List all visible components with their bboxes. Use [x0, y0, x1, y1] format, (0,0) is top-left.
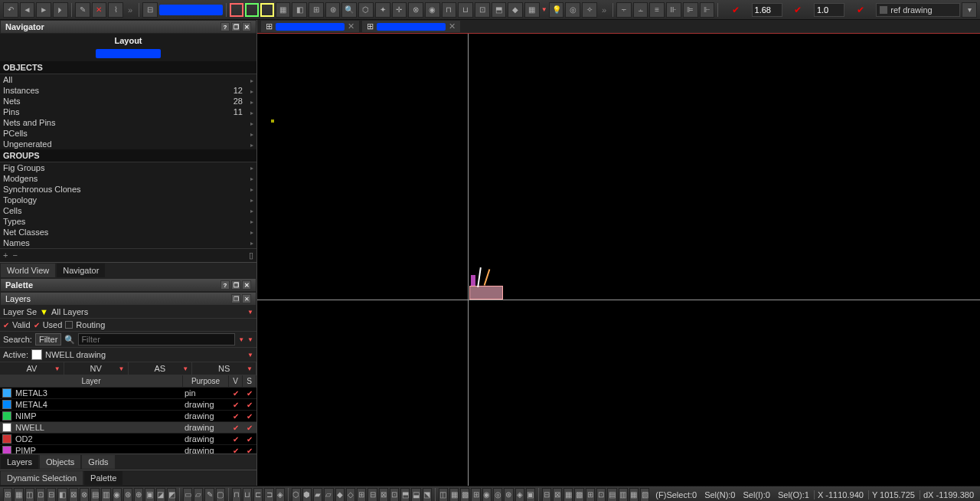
- bt1-55-icon[interactable]: ▥: [619, 488, 628, 502]
- bt1-22-icon[interactable]: ⊔: [243, 488, 252, 502]
- palette-close-icon[interactable]: ✕: [242, 280, 251, 290]
- check2-icon[interactable]: ✔: [784, 5, 812, 15]
- col-s[interactable]: S: [243, 375, 256, 387]
- tool-2-icon[interactable]: ◧: [292, 2, 307, 18]
- bt1-2-icon[interactable]: ▦: [14, 488, 23, 502]
- layer-row[interactable]: PIMP drawing ✔ ✔: [0, 445, 256, 454]
- delete-icon[interactable]: ✕: [92, 2, 107, 18]
- bt1-40-icon[interactable]: ▦: [449, 488, 459, 502]
- layout-cell-name[interactable]: [96, 49, 161, 58]
- bt1-47-icon[interactable]: ▣: [526, 488, 535, 502]
- filter-dd-icon[interactable]: ▼: [238, 336, 244, 343]
- bt1-42-icon[interactable]: ⊞: [471, 488, 480, 502]
- tool-zoom-icon[interactable]: 🔍: [341, 2, 357, 18]
- bt1-41-icon[interactable]: ▩: [460, 488, 469, 502]
- palette-undock-icon[interactable]: ❐: [231, 280, 240, 290]
- col-v[interactable]: V: [229, 375, 243, 387]
- layer-visible-check[interactable]: ✔: [229, 446, 243, 454]
- layer-row[interactable]: NIMP drawing ✔ ✔: [0, 411, 256, 422]
- layer-select-check[interactable]: ✔: [243, 446, 256, 454]
- bt1-35-icon[interactable]: ⊡: [390, 488, 399, 502]
- canvas-tab-1[interactable]: ⊞ ✕: [260, 20, 360, 33]
- zoom-y-input[interactable]: [814, 3, 844, 17]
- layer-row[interactable]: METAL3 pin ✔ ✔: [0, 388, 256, 399]
- bt1-7-icon[interactable]: ⊠: [69, 488, 78, 502]
- layer-visible-check[interactable]: ✔: [229, 400, 243, 409]
- layer-select-check[interactable]: ✔: [243, 423, 256, 432]
- bt1-21-icon[interactable]: ⊓: [232, 488, 241, 502]
- bt1-34-icon[interactable]: ⊠: [379, 488, 388, 502]
- bt1-20-icon[interactable]: ▢: [216, 488, 225, 502]
- bt1-43-icon[interactable]: ◉: [482, 488, 492, 502]
- tool-14-icon[interactable]: ▦: [524, 2, 540, 18]
- brush-icon[interactable]: ⌇: [108, 2, 123, 18]
- bt1-16-icon[interactable]: ◩: [167, 488, 176, 502]
- bt1-17-icon[interactable]: ▭: [183, 488, 192, 502]
- bt1-4-icon[interactable]: ⊡: [36, 488, 45, 502]
- bt1-28-icon[interactable]: ▰: [313, 488, 322, 502]
- add-icon[interactable]: +: [3, 250, 8, 260]
- layer-visible-check[interactable]: ✔: [229, 388, 243, 398]
- tab-dynamic-selection[interactable]: Dynamic Selection: [0, 470, 83, 486]
- bt1-25-icon[interactable]: ◈: [276, 488, 285, 502]
- col-purpose[interactable]: Purpose: [183, 375, 229, 387]
- layout-instance[interactable]: [468, 267, 506, 298]
- layers-undock-icon[interactable]: ❐: [231, 294, 240, 303]
- tab-objects[interactable]: Objects: [39, 454, 81, 470]
- close-icon[interactable]: ✕: [242, 22, 251, 31]
- bt1-26-icon[interactable]: ⬡: [292, 488, 301, 502]
- bt1-45-icon[interactable]: ⊛: [504, 488, 513, 502]
- nav-group-row[interactable]: Modgens▸: [0, 173, 256, 184]
- tab-palette[interactable]: Palette: [83, 470, 123, 486]
- tool-5-icon[interactable]: ⬡: [358, 2, 374, 18]
- undo-icon[interactable]: ↶: [3, 2, 18, 18]
- nav-object-row[interactable]: All▸: [0, 74, 256, 85]
- tool-12-icon[interactable]: ⬒: [492, 2, 507, 18]
- align-5-icon[interactable]: ⊫: [683, 2, 698, 18]
- tool-globe-icon[interactable]: ⊛: [325, 2, 341, 18]
- active-dd-icon[interactable]: ▼: [247, 352, 253, 359]
- bt1-12-icon[interactable]: ⊛: [123, 488, 132, 502]
- canvas-viewport[interactable]: [257, 34, 980, 486]
- nav-object-row[interactable]: Nets28▸: [0, 96, 256, 106]
- filter-dd2-icon[interactable]: ▼: [247, 336, 253, 343]
- bt1-57-icon[interactable]: ▧: [640, 488, 649, 502]
- tab-grids[interactable]: Grids: [81, 454, 115, 470]
- bt1-39-icon[interactable]: ◫: [439, 488, 448, 502]
- nav-group-row[interactable]: Names▸: [0, 237, 256, 248]
- valid-check[interactable]: ✔: [3, 321, 9, 329]
- layer-select-check[interactable]: ✔: [243, 434, 256, 444]
- vis-as[interactable]: AS▼: [129, 362, 193, 375]
- bt1-49-icon[interactable]: ⊠: [553, 488, 562, 502]
- zoom-x-input[interactable]: [752, 3, 782, 17]
- nav-group-row[interactable]: Types▸: [0, 216, 256, 227]
- expand-icon[interactable]: ▯: [249, 250, 253, 260]
- nav-end-icon[interactable]: ⏵: [53, 2, 68, 18]
- dropdown-arrow-icon[interactable]: ▼: [541, 6, 547, 13]
- nav-object-row[interactable]: Pins11▸: [0, 106, 256, 117]
- tab-navigator[interactable]: Navigator: [56, 263, 106, 278]
- bt1-50-icon[interactable]: ▦: [564, 488, 573, 502]
- layer-select-check[interactable]: ✔: [243, 400, 256, 409]
- bt1-44-icon[interactable]: ◎: [493, 488, 502, 502]
- layer-select-check[interactable]: ✔: [243, 388, 256, 398]
- palette-help-icon[interactable]: ?: [220, 280, 230, 290]
- bt1-18-icon[interactable]: ▱: [194, 488, 203, 502]
- bt1-8-icon[interactable]: ⊗: [80, 488, 89, 502]
- bt1-52-icon[interactable]: ⊞: [586, 488, 595, 502]
- tab2-close-icon[interactable]: ✕: [449, 21, 456, 31]
- context-dropdown[interactable]: [159, 5, 224, 15]
- layer-visible-check[interactable]: ✔: [229, 434, 243, 444]
- bt1-51-icon[interactable]: ▩: [574, 488, 583, 502]
- tool-8-icon[interactable]: ◉: [425, 2, 440, 18]
- nav-next-icon[interactable]: ►: [36, 2, 51, 18]
- bt1-29-icon[interactable]: ▱: [324, 488, 333, 502]
- align-3-icon[interactable]: ≡: [649, 2, 665, 18]
- vis-ns[interactable]: NS▼: [192, 362, 256, 375]
- canvas-tab-2[interactable]: ⊞ ✕: [361, 20, 461, 33]
- ref-dd-icon[interactable]: ▾: [962, 2, 977, 18]
- tool-3-icon[interactable]: ⊞: [309, 2, 324, 18]
- color-green-box[interactable]: [245, 3, 259, 17]
- tool-10-icon[interactable]: ⊔: [458, 2, 473, 18]
- layer-row[interactable]: METAL4 drawing ✔ ✔: [0, 399, 256, 411]
